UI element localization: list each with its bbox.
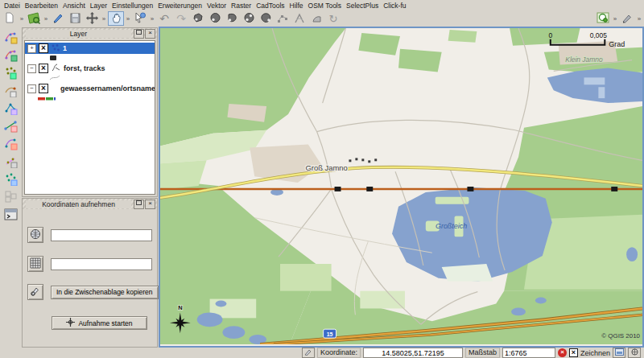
new-project-button[interactable] — [2, 11, 18, 26]
angle-tool-button[interactable] — [291, 11, 308, 26]
menu-raster[interactable]: Raster — [229, 1, 254, 10]
layer-symbol-row[interactable] — [25, 74, 155, 83]
start-capture-button[interactable]: Aufnahme starten — [52, 316, 147, 330]
toolbar-overflow-5[interactable]: » — [149, 15, 155, 23]
osm-download-button[interactable] — [595, 11, 611, 26]
cadtools-button-2[interactable] — [207, 11, 223, 26]
undo-button[interactable]: ↶ — [156, 11, 172, 26]
capture-extent-button[interactable] — [302, 348, 315, 358]
layer-row-3[interactable]: − × gewaessernamen/ortsnamen... — [25, 83, 155, 94]
digitize-tool-icon[interactable] — [3, 83, 18, 97]
layer-checkbox[interactable]: × — [39, 84, 48, 93]
panel-float-button[interactable] — [134, 29, 144, 39]
pan-hand-button-active[interactable] — [108, 11, 124, 26]
digitize-tool-icon[interactable] — [3, 30, 18, 44]
render-checkbox[interactable]: × — [569, 348, 578, 357]
cadtools-button-3[interactable] — [224, 11, 240, 26]
menu-selectplus[interactable]: SelectPlus — [344, 1, 381, 10]
pan-arrows-icon — [86, 12, 98, 26]
menu-hilfe[interactable]: Hilfe — [287, 1, 306, 10]
line-layer-icon — [51, 63, 61, 74]
cadtools-button-5[interactable] — [258, 11, 274, 26]
angle-tool-icon — [294, 13, 305, 25]
cadtools-button-4[interactable] — [241, 11, 257, 26]
menu-einstellungen[interactable]: Einstellungen — [109, 1, 155, 10]
projector-crs-icon — [630, 348, 639, 357]
panel-float-button[interactable] — [134, 200, 144, 209]
menu-ansicht[interactable]: Ansicht — [60, 1, 88, 10]
canvas-crs-button[interactable] — [27, 256, 43, 272]
expander-icon[interactable]: − — [27, 84, 36, 93]
identify-button[interactable] — [132, 11, 148, 26]
digitize-tool-icon[interactable] — [3, 47, 18, 62]
redo-icon: ↷ — [176, 12, 186, 25]
add-layer-icon — [27, 12, 40, 26]
digitize-tool-icon[interactable] — [3, 136, 18, 150]
toolbar-overflow-3[interactable]: » — [101, 15, 107, 23]
menu-vektor[interactable]: Vektor — [204, 1, 229, 10]
layer-checkbox[interactable]: × — [39, 43, 48, 53]
node-tool-icon — [277, 13, 288, 25]
menu-bearbeiten[interactable]: Bearbeiten — [23, 1, 60, 10]
layer-symbol-row[interactable] — [25, 94, 155, 103]
track-mouse-button[interactable] — [27, 284, 43, 300]
menu-layer[interactable]: Layer — [88, 1, 109, 10]
digitize-tool-icon[interactable] — [3, 171, 18, 186]
cadtools-button-1[interactable] — [190, 11, 206, 26]
layer-label: 1 — [63, 44, 67, 52]
layer-symbol-row[interactable] — [25, 54, 155, 63]
toolbar-overflow-6[interactable]: » — [612, 15, 618, 23]
pan-map-button[interactable] — [84, 11, 100, 26]
edit-button[interactable] — [50, 11, 66, 26]
digitize-tool-icon[interactable] — [3, 101, 18, 115]
redo-button[interactable]: ↷ — [173, 11, 189, 26]
copy-to-clipboard-button[interactable]: In die Zwischenablage kopieren — [51, 286, 159, 299]
undo-icon: ↶ — [159, 12, 169, 25]
layer-checkbox[interactable]: × — [39, 64, 48, 73]
pencil-blue-icon — [52, 12, 64, 25]
grid-tool-icon[interactable] — [3, 189, 18, 204]
map-canvas[interactable]: 15 Groß Jamno Klein Jamno Großteich 0 0,… — [159, 27, 644, 348]
coordinate-input[interactable] — [363, 348, 463, 358]
panel-close-button[interactable]: × — [145, 200, 155, 209]
add-vector-layer-button[interactable] — [26, 11, 42, 26]
crs-coordinate-row — [27, 227, 152, 243]
layer-row-1[interactable]: + × 1 — [25, 43, 155, 54]
menu-erweiterungen[interactable]: Erweiterungen — [155, 1, 204, 10]
arc-tool-button[interactable] — [308, 11, 324, 26]
node-tool-button[interactable] — [275, 11, 291, 26]
layer-row-2[interactable]: − × forst, tracks — [25, 63, 155, 74]
digitize-tool-icon[interactable] — [3, 118, 18, 133]
arc-tool-icon — [311, 13, 322, 25]
canvas-coordinate-input[interactable] — [51, 258, 152, 270]
toolbar-overflow-4[interactable]: » — [125, 15, 131, 23]
osm-edit-button[interactable] — [619, 11, 635, 26]
toolbar-overflow-1[interactable]: » — [19, 15, 25, 23]
crs-status-button[interactable] — [628, 348, 641, 358]
rotate-tool-button[interactable]: ↻ — [325, 11, 341, 26]
cadtools-blob-icon — [209, 12, 221, 25]
menu-datei[interactable]: Datei — [2, 1, 23, 10]
menu-cadtools[interactable]: CadTools — [254, 1, 287, 10]
expander-icon[interactable]: + — [27, 44, 36, 53]
render-checkbox-group: × Zeichnen — [569, 348, 610, 357]
menu-osm-tools[interactable]: OSM Tools — [306, 1, 344, 10]
panel-close-button[interactable]: × — [145, 29, 155, 39]
toolbar-overflow-2[interactable]: » — [43, 15, 49, 23]
digitize-tool-icon[interactable] — [3, 154, 18, 168]
toolbar-overflow-7[interactable]: » — [636, 15, 642, 23]
menu-click-fu[interactable]: Click-fu — [381, 1, 408, 10]
layer-label: forst, tracks — [64, 64, 105, 72]
log-messages-button[interactable] — [613, 348, 625, 358]
crs-coordinate-input[interactable] — [51, 229, 152, 241]
scale-input[interactable] — [502, 348, 555, 358]
pencil-small-icon — [304, 348, 312, 357]
layer-panel-titlebar: Layer × — [23, 28, 157, 39]
layer-tree[interactable]: + × 1 − × forst, tracks — [24, 40, 155, 195]
python-console-icon[interactable] — [3, 207, 18, 221]
save-button[interactable] — [67, 11, 83, 26]
digitize-tool-icon[interactable] — [3, 65, 18, 80]
expander-icon[interactable]: − — [27, 64, 36, 73]
stop-render-button[interactable]: × — [558, 348, 567, 357]
select-crs-button[interactable] — [27, 227, 43, 243]
